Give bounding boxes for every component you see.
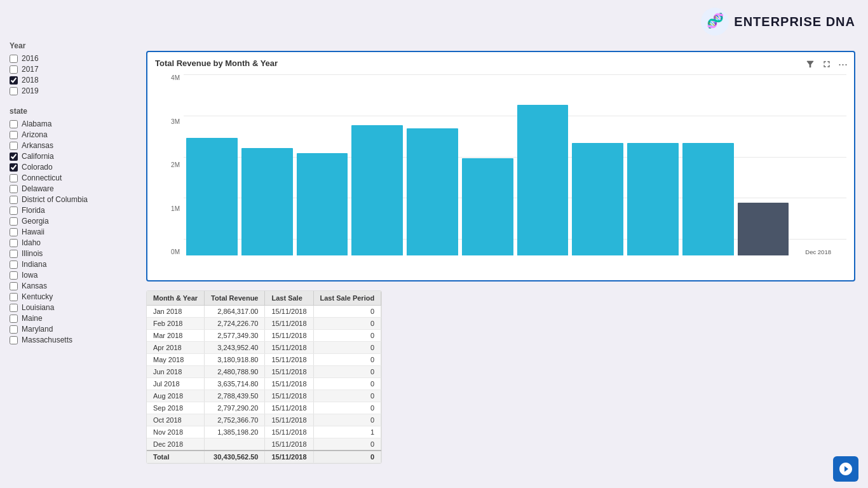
bar-Nov-2018[interactable] — [738, 203, 789, 255]
state-checkbox-Alabama[interactable] — [10, 120, 18, 128]
table-cell: 15/11/2018 — [265, 342, 313, 354]
subscribe-icon — [838, 461, 853, 477]
table-cell: 0 — [313, 390, 381, 402]
state-checkbox-Connecticut[interactable] — [10, 174, 18, 182]
state-checkbox-Maine[interactable] — [10, 315, 18, 323]
year-checkbox-2019[interactable] — [10, 87, 18, 95]
bars-container — [184, 90, 846, 255]
table-cell: 15/11/2018 — [265, 426, 313, 438]
bar-Feb-2018[interactable] — [241, 148, 293, 255]
state-checkbox-District-of-Columbia[interactable] — [10, 196, 18, 204]
state-checkbox-label: Kansas — [22, 281, 47, 290]
logo-text: ENTERPRISE DNA — [734, 15, 855, 29]
y-axis-label: 1M — [171, 205, 180, 212]
state-checkbox-label: Delaware — [22, 184, 54, 193]
state-checkbox-item: Colorado — [10, 163, 140, 172]
bar-Apr-2018[interactable] — [351, 125, 403, 255]
table-cell: Jul 2018 — [147, 378, 205, 390]
more-options-icon[interactable]: ··· — [838, 58, 848, 70]
year-checkbox-2018[interactable] — [10, 76, 18, 85]
state-checkbox-label: Connecticut — [22, 173, 62, 182]
state-checkbox-label: California — [22, 152, 54, 161]
state-checkbox-Arkansas[interactable] — [10, 142, 18, 150]
state-checkbox-label: Arkansas — [22, 141, 53, 150]
state-checkbox-item: California — [10, 152, 140, 161]
state-checkbox-Illinois[interactable] — [10, 250, 18, 258]
state-checkbox-Colorado[interactable] — [10, 163, 18, 172]
state-checkbox-Delaware[interactable] — [10, 185, 18, 193]
state-checkbox-Kentucky[interactable] — [10, 293, 18, 301]
table-cell: 0 — [313, 378, 381, 390]
bar-Aug-2018[interactable] — [572, 143, 623, 255]
state-checkbox-item: District of Columbia — [10, 195, 140, 204]
state-checkbox-Georgia[interactable] — [10, 217, 18, 226]
table-cell: 2,864,317.00 — [205, 306, 265, 318]
state-checkbox-Florida[interactable] — [10, 207, 18, 215]
table-cell: Total — [147, 451, 205, 463]
expand-icon[interactable] — [822, 59, 832, 69]
state-checkbox-Kansas[interactable] — [10, 282, 18, 290]
bar-May-2018[interactable] — [407, 128, 458, 255]
table-cell: Feb 2018 — [147, 318, 205, 330]
table-cell: 3,180,918.80 — [205, 354, 265, 366]
chart-toolbar: ··· — [805, 58, 848, 70]
state-checkbox-item: Maryland — [10, 325, 140, 334]
state-checkbox-California[interactable] — [10, 152, 18, 161]
bar-wrapper — [517, 90, 569, 255]
table-cell: 15/11/2018 — [265, 402, 313, 414]
table-row: Nov 20181,385,198.2015/11/20181 — [147, 426, 381, 438]
table-cell: 3,243,952.40 — [205, 342, 265, 354]
table-cell: 0 — [313, 330, 381, 342]
y-axis-label: 2M — [171, 161, 180, 168]
year-checkbox-item: 2017 — [10, 65, 140, 74]
state-checkbox-item: Delaware — [10, 184, 140, 193]
table-cell — [205, 438, 265, 451]
state-checkbox-Hawaii[interactable] — [10, 228, 18, 236]
grid-line — [184, 74, 846, 75]
state-checkbox-label: Florida — [22, 206, 45, 215]
state-checkbox-Arizona[interactable] — [10, 131, 18, 139]
state-checkbox-label: Massachusetts — [22, 336, 72, 344]
state-checkbox-Iowa[interactable] — [10, 271, 18, 280]
state-checkbox-Indiana[interactable] — [10, 261, 18, 269]
bar-wrapper — [792, 90, 844, 255]
state-checkbox-item: Georgia — [10, 217, 140, 226]
table-column-header: Last Sale Period — [313, 291, 381, 306]
state-checkbox-label: Louisiana — [22, 303, 54, 312]
bar-wrapper — [407, 90, 458, 255]
bar-Jun-2018[interactable] — [462, 158, 513, 255]
bar-Sep-2018[interactable] — [627, 143, 679, 255]
table-cell: Mar 2018 — [147, 330, 205, 342]
year-checkbox-label: 2018 — [22, 76, 39, 85]
bar-wrapper — [738, 90, 789, 255]
year-checkboxes: 2016201720182019 — [10, 54, 140, 95]
bar-Oct-2018[interactable] — [682, 143, 734, 255]
table-cell: 2,788,439.50 — [205, 390, 265, 402]
state-checkbox-label: Maryland — [22, 325, 53, 334]
bar-Jan-2018[interactable] — [186, 138, 238, 255]
table-cell: 15/11/2018 — [265, 354, 313, 366]
year-checkbox-label: 2016 — [22, 54, 39, 63]
sidebar: Year 2016201720182019 state AlabamaArizo… — [10, 41, 140, 475]
state-checkbox-Massachusetts[interactable] — [10, 336, 18, 344]
year-checkbox-2017[interactable] — [10, 65, 18, 74]
state-checkbox-item: Florida — [10, 206, 140, 215]
bar-wrapper — [297, 90, 348, 255]
table-cell: 15/11/2018 — [265, 438, 313, 451]
year-checkbox-2016[interactable] — [10, 55, 18, 63]
filter-icon[interactable] — [805, 59, 815, 69]
state-checkbox-Maryland[interactable] — [10, 325, 18, 334]
bar-Mar-2018[interactable] — [297, 153, 348, 255]
table-cell: Nov 2018 — [147, 426, 205, 438]
subscribe-button[interactable] — [833, 456, 858, 482]
table-row: Oct 20182,752,366.7015/11/20180 — [147, 414, 381, 426]
table-cell: 2,752,366.70 — [205, 414, 265, 426]
table-row: Jan 20182,864,317.0015/11/20180 — [147, 306, 381, 318]
table-cell: 1 — [313, 426, 381, 438]
bar-Jul-2018[interactable] — [517, 105, 569, 255]
state-checkbox-Idaho[interactable] — [10, 239, 18, 247]
table-cell: 15/11/2018 — [265, 306, 313, 318]
table-row: Apr 20183,243,952.4015/11/20180 — [147, 342, 381, 354]
state-checkbox-Louisiana[interactable] — [10, 304, 18, 312]
dna-icon: 🧬 — [701, 8, 729, 36]
